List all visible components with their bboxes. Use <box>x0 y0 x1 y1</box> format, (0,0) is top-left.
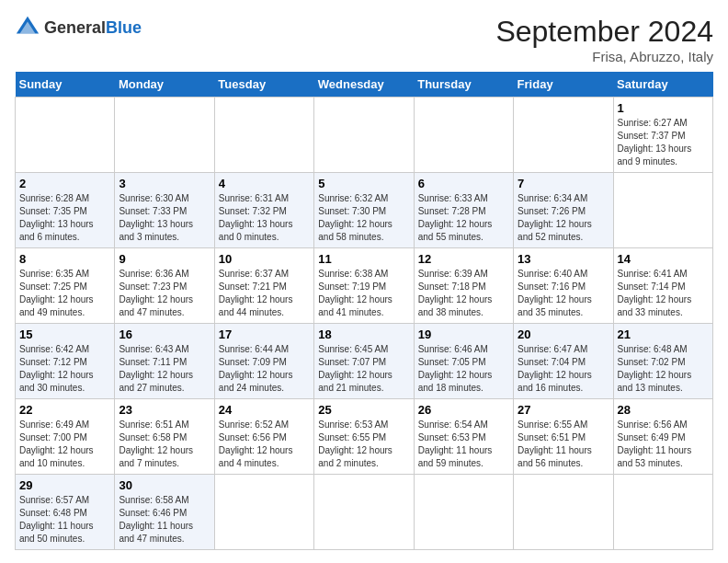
day-info: Sunrise: 6:27 AM Sunset: 7:37 PM Dayligh… <box>618 117 709 168</box>
calendar-cell: 20 Sunrise: 6:47 AM Sunset: 7:04 PM Dayl… <box>514 324 613 399</box>
day-info: Sunrise: 6:52 AM Sunset: 6:56 PM Dayligh… <box>219 419 310 470</box>
calendar-cell <box>314 98 414 173</box>
calendar-cell: 2 Sunrise: 6:28 AM Sunset: 7:35 PM Dayli… <box>16 173 115 248</box>
calendar-cell <box>514 475 613 550</box>
day-number: 30 <box>119 478 210 492</box>
day-info: Sunrise: 6:49 AM Sunset: 7:00 PM Dayligh… <box>19 419 110 470</box>
day-number: 8 <box>19 252 110 266</box>
calendar-week-row: 1 Sunrise: 6:27 AM Sunset: 7:37 PM Dayli… <box>16 98 713 173</box>
day-number: 11 <box>318 252 409 266</box>
day-number: 25 <box>318 403 409 417</box>
day-number: 29 <box>19 478 110 492</box>
day-number: 27 <box>518 403 609 417</box>
day-number: 2 <box>19 177 110 190</box>
calendar-cell <box>414 475 513 550</box>
calendar-cell: 5 Sunrise: 6:32 AM Sunset: 7:30 PM Dayli… <box>314 173 414 248</box>
day-number: 24 <box>219 403 310 417</box>
day-number: 26 <box>418 403 509 417</box>
day-info: Sunrise: 6:43 AM Sunset: 7:11 PM Dayligh… <box>119 343 210 395</box>
calendar-header: SundayMondayTuesdayWednesdayThursdayFrid… <box>16 72 713 98</box>
calendar-cell: 7 Sunrise: 6:34 AM Sunset: 7:26 PM Dayli… <box>514 173 613 248</box>
page-header: GeneralBlue September 2024 Frisa, Abruzz… <box>15 15 713 64</box>
calendar-cell: 10 Sunrise: 6:37 AM Sunset: 7:21 PM Dayl… <box>214 248 313 324</box>
day-number: 6 <box>418 177 509 190</box>
calendar-cell <box>16 98 115 173</box>
day-info: Sunrise: 6:48 AM Sunset: 7:02 PM Dayligh… <box>618 343 709 395</box>
day-of-week-header: Friday <box>514 72 613 98</box>
calendar-cell <box>613 475 712 550</box>
day-info: Sunrise: 6:34 AM Sunset: 7:26 PM Dayligh… <box>518 192 609 244</box>
calendar-cell: 6 Sunrise: 6:33 AM Sunset: 7:28 PM Dayli… <box>414 173 513 248</box>
day-number: 12 <box>418 252 509 266</box>
calendar-cell: 9 Sunrise: 6:36 AM Sunset: 7:23 PM Dayli… <box>115 248 214 324</box>
day-info: Sunrise: 6:38 AM Sunset: 7:19 PM Dayligh… <box>318 268 409 319</box>
day-info: Sunrise: 6:33 AM Sunset: 7:28 PM Dayligh… <box>418 192 509 244</box>
day-info: Sunrise: 6:28 AM Sunset: 7:35 PM Dayligh… <box>19 192 110 244</box>
calendar-cell: 8 Sunrise: 6:35 AM Sunset: 7:25 PM Dayli… <box>16 248 115 324</box>
day-info: Sunrise: 6:55 AM Sunset: 6:51 PM Dayligh… <box>518 419 609 470</box>
calendar-week-row: 15 Sunrise: 6:42 AM Sunset: 7:12 PM Dayl… <box>16 324 713 399</box>
day-number: 4 <box>219 177 310 190</box>
day-of-week-header: Monday <box>115 72 214 98</box>
day-info: Sunrise: 6:31 AM Sunset: 7:32 PM Dayligh… <box>219 192 310 244</box>
calendar-cell: 24 Sunrise: 6:52 AM Sunset: 6:56 PM Dayl… <box>214 399 313 475</box>
calendar-cell: 17 Sunrise: 6:44 AM Sunset: 7:09 PM Dayl… <box>214 324 313 399</box>
day-number: 23 <box>119 403 210 417</box>
calendar-cell: 15 Sunrise: 6:42 AM Sunset: 7:12 PM Dayl… <box>16 324 115 399</box>
logo-blue: Blue <box>106 18 142 37</box>
day-of-week-header: Tuesday <box>214 72 313 98</box>
calendar-week-row: 22 Sunrise: 6:49 AM Sunset: 7:00 PM Dayl… <box>16 399 713 475</box>
day-number: 14 <box>618 252 709 266</box>
day-of-week-header: Saturday <box>613 72 712 98</box>
calendar-cell <box>214 475 313 550</box>
day-info: Sunrise: 6:36 AM Sunset: 7:23 PM Dayligh… <box>119 268 210 319</box>
calendar-cell: 28 Sunrise: 6:56 AM Sunset: 6:49 PM Dayl… <box>613 399 712 475</box>
day-info: Sunrise: 6:51 AM Sunset: 6:58 PM Dayligh… <box>119 419 210 470</box>
calendar-week-row: 2 Sunrise: 6:28 AM Sunset: 7:35 PM Dayli… <box>16 173 713 248</box>
day-number: 22 <box>19 403 110 417</box>
day-number: 10 <box>219 252 310 266</box>
day-number: 5 <box>318 177 409 190</box>
day-info: Sunrise: 6:42 AM Sunset: 7:12 PM Dayligh… <box>19 343 110 395</box>
day-info: Sunrise: 6:39 AM Sunset: 7:18 PM Dayligh… <box>418 268 509 319</box>
calendar-cell <box>514 98 613 173</box>
calendar-cell: 21 Sunrise: 6:48 AM Sunset: 7:02 PM Dayl… <box>613 324 712 399</box>
calendar-cell: 13 Sunrise: 6:40 AM Sunset: 7:16 PM Dayl… <box>514 248 613 324</box>
month-title: September 2024 <box>495 15 713 49</box>
calendar-cell <box>115 98 214 173</box>
calendar-cell <box>613 173 712 248</box>
calendar-cell: 11 Sunrise: 6:38 AM Sunset: 7:19 PM Dayl… <box>314 248 414 324</box>
day-info: Sunrise: 6:32 AM Sunset: 7:30 PM Dayligh… <box>318 192 409 244</box>
day-info: Sunrise: 6:46 AM Sunset: 7:05 PM Dayligh… <box>418 343 509 395</box>
day-number: 19 <box>418 327 509 341</box>
day-number: 18 <box>318 327 409 341</box>
day-info: Sunrise: 6:47 AM Sunset: 7:04 PM Dayligh… <box>518 343 609 395</box>
day-number: 7 <box>518 177 609 190</box>
day-number: 16 <box>119 327 210 341</box>
logo: GeneralBlue <box>15 15 142 40</box>
calendar-table: SundayMondayTuesdayWednesdayThursdayFrid… <box>15 72 713 550</box>
day-info: Sunrise: 6:35 AM Sunset: 7:25 PM Dayligh… <box>19 268 110 319</box>
day-info: Sunrise: 6:54 AM Sunset: 6:53 PM Dayligh… <box>418 419 509 470</box>
day-info: Sunrise: 6:53 AM Sunset: 6:55 PM Dayligh… <box>318 419 409 470</box>
calendar-cell <box>414 98 513 173</box>
calendar-week-row: 29 Sunrise: 6:57 AM Sunset: 6:48 PM Dayl… <box>16 475 713 550</box>
calendar-cell: 12 Sunrise: 6:39 AM Sunset: 7:18 PM Dayl… <box>414 248 513 324</box>
calendar-cell: 25 Sunrise: 6:53 AM Sunset: 6:55 PM Dayl… <box>314 399 414 475</box>
day-info: Sunrise: 6:44 AM Sunset: 7:09 PM Dayligh… <box>219 343 310 395</box>
day-info: Sunrise: 6:58 AM Sunset: 6:46 PM Dayligh… <box>119 494 210 546</box>
calendar-cell <box>314 475 414 550</box>
calendar-cell: 22 Sunrise: 6:49 AM Sunset: 7:00 PM Dayl… <box>16 399 115 475</box>
calendar-cell: 4 Sunrise: 6:31 AM Sunset: 7:32 PM Dayli… <box>214 173 313 248</box>
calendar-cell <box>214 98 313 173</box>
calendar-cell: 23 Sunrise: 6:51 AM Sunset: 6:58 PM Dayl… <box>115 399 214 475</box>
calendar-cell: 14 Sunrise: 6:41 AM Sunset: 7:14 PM Dayl… <box>613 248 712 324</box>
days-of-week-row: SundayMondayTuesdayWednesdayThursdayFrid… <box>16 72 713 98</box>
calendar-body: 1 Sunrise: 6:27 AM Sunset: 7:37 PM Dayli… <box>16 98 713 550</box>
day-info: Sunrise: 6:30 AM Sunset: 7:33 PM Dayligh… <box>119 192 210 244</box>
logo-icon <box>15 15 40 40</box>
logo-general: General <box>44 18 106 37</box>
day-info: Sunrise: 6:57 AM Sunset: 6:48 PM Dayligh… <box>19 494 110 546</box>
day-number: 28 <box>618 403 709 417</box>
calendar-cell: 3 Sunrise: 6:30 AM Sunset: 7:33 PM Dayli… <box>115 173 214 248</box>
